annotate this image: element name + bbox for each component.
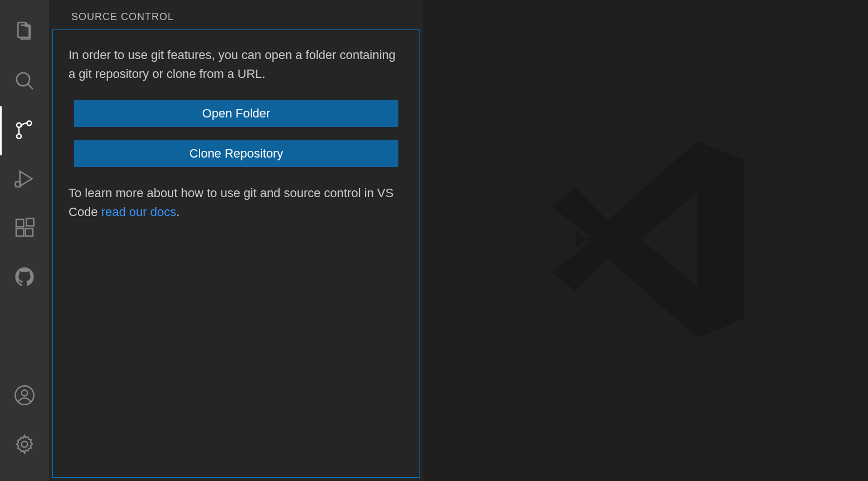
explorer-tab[interactable] <box>0 8 49 57</box>
settings-button[interactable] <box>0 421 49 470</box>
github-icon <box>13 266 36 290</box>
open-folder-button[interactable]: Open Folder <box>74 100 398 127</box>
svg-rect-5 <box>16 219 23 227</box>
read-docs-link[interactable]: read our docs <box>101 205 177 219</box>
source-control-sidebar: Source Control In order to use git featu… <box>49 0 423 481</box>
search-icon <box>13 70 36 94</box>
activity-bar <box>0 0 49 481</box>
svg-rect-7 <box>26 229 33 236</box>
svg-rect-8 <box>26 218 33 225</box>
learn-more-text: To learn more about how to use git and s… <box>69 184 404 222</box>
search-tab[interactable] <box>0 57 49 106</box>
github-tab[interactable] <box>0 253 49 302</box>
learn-suffix: . <box>176 205 179 219</box>
debug-icon <box>13 168 36 192</box>
extensions-icon <box>13 217 36 241</box>
svg-point-11 <box>22 441 28 448</box>
clone-repository-button[interactable]: Clone Repository <box>74 140 398 167</box>
svg-point-10 <box>22 390 28 396</box>
run-debug-tab[interactable] <box>0 155 49 204</box>
svg-point-0 <box>17 73 30 86</box>
sidebar-title: Source Control <box>49 0 423 30</box>
accounts-button[interactable] <box>0 372 49 421</box>
intro-text: In order to use git features, you can op… <box>69 46 404 84</box>
svg-point-3 <box>17 134 21 139</box>
extensions-tab[interactable] <box>0 204 49 253</box>
source-control-icon <box>13 119 36 143</box>
gear-icon <box>13 433 36 458</box>
account-icon <box>13 384 36 409</box>
files-icon <box>13 21 36 45</box>
svg-rect-6 <box>16 229 23 236</box>
vscode-watermark-icon <box>529 122 763 359</box>
source-control-panel: In order to use git features, you can op… <box>52 30 420 478</box>
source-control-tab[interactable] <box>0 106 49 155</box>
editor-area <box>423 0 868 481</box>
svg-point-1 <box>27 121 31 125</box>
